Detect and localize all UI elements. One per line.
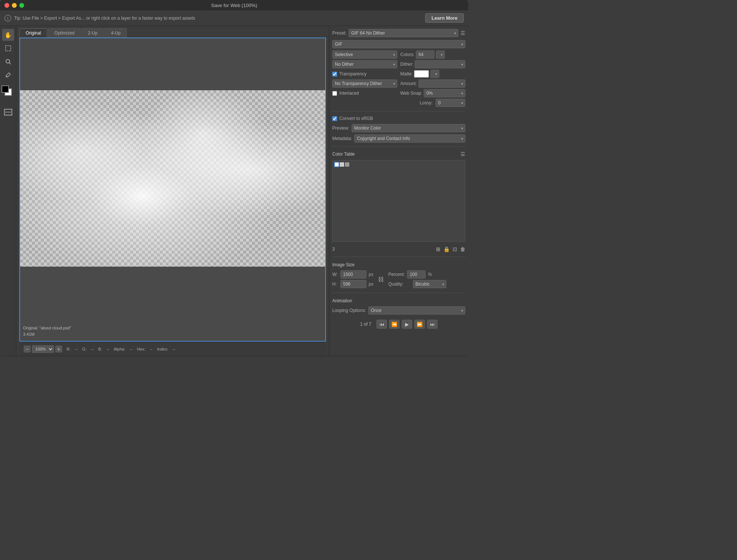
h-px-label: px (369, 281, 374, 287)
dither-select[interactable]: No Dither Diffusion Pattern Noise (332, 60, 397, 68)
wh-fields: W: px H: px (332, 270, 374, 290)
color-table-menu-icon[interactable]: ☰ (460, 151, 465, 157)
image-map-tool[interactable] (2, 106, 14, 118)
b-label: B: (98, 347, 102, 351)
zoom-controls: − 100% 50% 200% + (24, 345, 62, 353)
eyedropper-tool[interactable] (2, 69, 14, 81)
svg-point-1 (6, 59, 10, 63)
bottom-bar: Preview... ? ▾ Save... Cancel Done (0, 356, 468, 356)
percent-label: Percent: (388, 272, 405, 277)
color-swatch-1[interactable] (339, 162, 345, 167)
dither-select-wrapper: No Dither Diffusion Pattern Noise (332, 60, 397, 68)
tab-4up[interactable]: 4-Up (104, 28, 127, 38)
matte-col: Matte: (400, 70, 465, 78)
link-proportions-icon[interactable]: ⛓ (378, 276, 384, 283)
w-px-label: px (369, 272, 374, 277)
frame-count: 1 of 7 (360, 322, 371, 327)
map-icon[interactable]: ⊞ (436, 246, 440, 252)
tab-2up[interactable]: 2-Up (81, 28, 104, 38)
step-back-button[interactable]: ⏪ (389, 320, 400, 329)
color-table-area (332, 160, 465, 242)
looping-select[interactable]: Once Forever Other... (368, 306, 465, 315)
titlebar: Save for Web (100%) (0, 0, 468, 10)
b-value: -- (107, 347, 109, 351)
close-button[interactable] (4, 3, 9, 8)
color-table-title: Color Table (332, 152, 355, 157)
maximize-button[interactable] (19, 3, 24, 8)
color-table-footer: 3 ⊞ 🔒 ⊡ 🗑 (332, 245, 465, 254)
websnap-col: Web Snap: 0% (400, 89, 465, 97)
websnap-label: Web Snap: (400, 91, 422, 96)
foreground-color-swatch[interactable] (1, 85, 9, 93)
interlaced-websnap-row: Interlaced Web Snap: 0% (332, 89, 465, 97)
matte-select[interactable] (430, 70, 439, 78)
svg-rect-5 (4, 111, 12, 113)
palette-select-wrapper: Selective Adaptive Perceptual Restrictiv… (332, 51, 397, 59)
play-to-start-button[interactable]: ⏮ (376, 320, 387, 329)
preview-select[interactable]: Monitor Color (352, 124, 465, 132)
divider-2 (332, 146, 465, 147)
color-swatch-2[interactable] (345, 162, 350, 167)
palette-col: Selective Adaptive Perceptual Restrictiv… (332, 51, 397, 59)
matte-arrow-wrapper (430, 70, 439, 78)
learn-more-button[interactable]: Learn More (425, 13, 464, 23)
trans-dither-select[interactable]: No Transparency Dither (332, 79, 397, 88)
quality-select[interactable]: Bicubic Bilinear Nearest Neighbor (413, 280, 446, 288)
tab-original[interactable]: Original (19, 28, 47, 38)
colors-input[interactable]: 64 (416, 51, 434, 59)
height-input[interactable] (340, 280, 366, 288)
image-size-fields: W: px H: px ⛓ Percent: % (332, 270, 465, 290)
zoom-plus-button[interactable]: + (55, 346, 62, 352)
canvas-area: Original Optimized 2-Up 4-Up Original: "… (16, 26, 329, 356)
play-button[interactable]: ▶ (402, 320, 412, 329)
lock-icon[interactable]: 🔒 (443, 246, 450, 252)
preset-select-wrapper: GIF 64 No Dither (349, 29, 458, 37)
tab-optimized[interactable]: Optimized (48, 28, 81, 38)
window-title: Save for Web (100%) (211, 3, 257, 8)
divider-3 (332, 257, 465, 257)
canvas-bottom-strip: Original: "about cloud.psd" 3.41M (20, 267, 325, 341)
amount-wrapper (418, 79, 465, 88)
interlaced-checkbox[interactable] (332, 91, 337, 96)
width-input[interactable] (340, 270, 366, 279)
titlebar-buttons (4, 3, 24, 8)
lossy-select[interactable]: 0 (436, 99, 465, 107)
matte-color-box[interactable] (414, 70, 429, 78)
transparency-col: Transparency (332, 71, 397, 76)
percent-input[interactable] (407, 270, 426, 279)
interlaced-checkbox-row: Interlaced (332, 91, 397, 96)
marquee-tool[interactable] (2, 42, 14, 54)
lossy-wrapper: 0 (436, 99, 465, 107)
index-value: -- (172, 347, 175, 351)
colors-spin[interactable] (436, 51, 445, 59)
format-select[interactable]: GIF PNG-8 PNG-24 JPEG (332, 40, 465, 48)
zoom-select[interactable]: 100% 50% 200% (32, 345, 54, 353)
palette-select[interactable]: Selective Adaptive Perceptual Restrictiv… (332, 51, 397, 59)
minimize-button[interactable] (12, 3, 17, 8)
trash-icon[interactable]: 🗑 (460, 246, 465, 252)
r-label: R: (67, 347, 71, 351)
preset-menu-icon[interactable]: ☰ (460, 30, 465, 36)
step-forward-button[interactable]: ⏩ (414, 320, 425, 329)
metadata-select[interactable]: Copyright and Contact Info None Copyrigh… (354, 134, 465, 143)
websnap-select[interactable]: 0% (424, 89, 465, 97)
websnap-wrapper: 0% (424, 89, 465, 97)
color-swatch-0[interactable] (334, 162, 339, 167)
convert-srgb-label: Convert to sRGB (339, 116, 373, 121)
transparency-checkbox[interactable] (332, 72, 337, 76)
amount-label: Amount: (400, 81, 417, 86)
format-select-wrapper: GIF PNG-8 PNG-24 JPEG (332, 40, 465, 48)
hand-tool[interactable]: ✋ (2, 29, 14, 41)
canvas-glow (20, 90, 325, 267)
convert-srgb-checkbox[interactable] (332, 116, 337, 121)
amount-select[interactable] (418, 79, 465, 88)
zoom-minus-button[interactable]: − (24, 346, 30, 352)
play-to-end-button[interactable]: ⏭ (427, 320, 437, 329)
preset-select[interactable]: GIF 64 No Dither (349, 29, 458, 37)
copy-icon[interactable]: ⊡ (453, 246, 457, 252)
height-row: H: px (332, 280, 374, 288)
zoom-tool[interactable] (2, 56, 14, 68)
dither-pct-select[interactable] (415, 60, 465, 68)
interlaced-label: Interlaced (339, 91, 359, 96)
canvas-top-strip (20, 38, 325, 90)
